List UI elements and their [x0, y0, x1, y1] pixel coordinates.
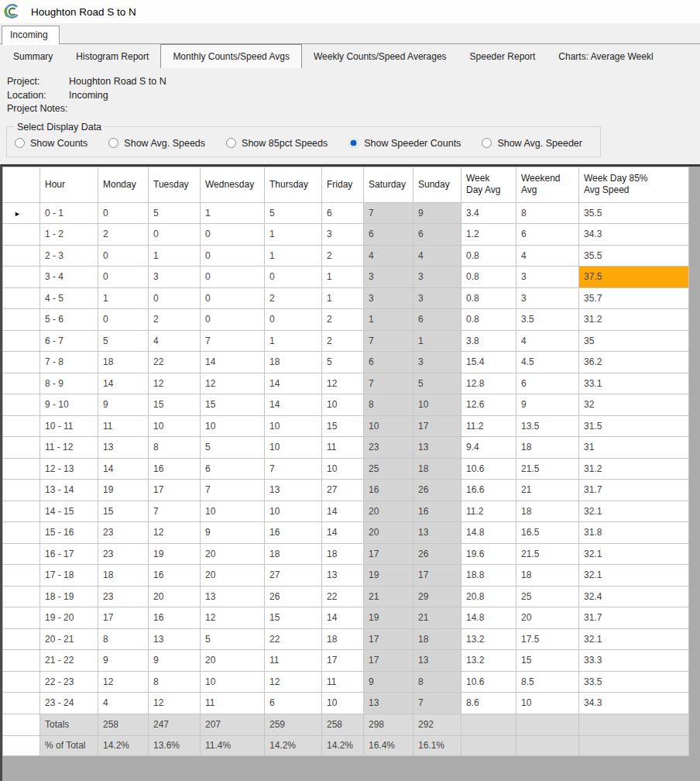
grid-cell[interactable]: 14.2% — [265, 735, 322, 755]
grid-cell[interactable]: 15 — [265, 607, 322, 629]
column-header-weekend-avg[interactable]: WeekendAvg — [516, 167, 579, 202]
grid-cell[interactable]: 14.2% — [322, 735, 364, 755]
grid-cell[interactable]: 14.8 — [462, 522, 516, 544]
grid-cell[interactable]: 10 — [364, 415, 413, 437]
grid-cell[interactable]: 35 — [579, 330, 689, 352]
grid-cell[interactable]: 21 — [364, 586, 413, 607]
grid-cell[interactable]: 0.8 — [462, 309, 516, 331]
radio-unselected-icon[interactable] — [108, 138, 118, 148]
grid-cell[interactable]: 11 — [322, 671, 364, 693]
grid-cell[interactable] — [516, 714, 579, 735]
grid-cell[interactable]: 14.2% — [98, 735, 149, 755]
grid-cell[interactable]: 16.6 — [462, 480, 516, 501]
grid-cell[interactable]: 2 — [322, 330, 364, 352]
hour-cell[interactable]: 0 - 1 — [40, 202, 98, 224]
grid-cell[interactable]: 12.8 — [462, 373, 516, 394]
grid-cell[interactable]: 22 — [322, 586, 364, 607]
grid-cell[interactable]: 12 — [149, 522, 201, 544]
radio-show-counts[interactable]: Show Counts — [15, 138, 88, 149]
grid-cell[interactable]: 9 — [364, 671, 413, 693]
row-selector-cell[interactable] — [3, 224, 40, 246]
grid-cell[interactable]: 10 — [201, 415, 265, 437]
row-selector-cell[interactable] — [3, 735, 40, 755]
radio-show-speeder-counts[interactable]: Show Speeder Counts — [348, 138, 461, 149]
grid-cell[interactable]: 31.2 — [579, 458, 689, 480]
grid-cell[interactable]: 9 — [98, 650, 149, 672]
hour-cell[interactable]: 15 - 16 — [40, 522, 98, 544]
grid-cell[interactable]: 0.8 — [462, 287, 516, 309]
grid-cell[interactable]: 9 — [149, 650, 201, 672]
grid-cell[interactable]: 6 — [516, 373, 579, 394]
grid-cell[interactable]: 20 — [149, 586, 201, 607]
grid-cell[interactable]: 15 — [322, 415, 364, 437]
grid-cell[interactable]: 31 — [579, 437, 689, 459]
grid-cell[interactable]: 10.6 — [462, 671, 516, 693]
grid-cell[interactable]: 5 — [322, 352, 364, 373]
grid-cell[interactable]: 20 — [201, 565, 265, 587]
grid-cell[interactable]: 23 — [364, 437, 413, 459]
tab-incoming[interactable]: Incoming — [2, 26, 60, 45]
grid-cell[interactable]: 32.1 — [579, 501, 689, 522]
row-selector-cell[interactable] — [3, 501, 40, 522]
grid-cell[interactable]: 1 — [413, 330, 462, 352]
row-selector-cell[interactable] — [3, 671, 40, 693]
grid-cell[interactable]: 17 — [413, 565, 462, 587]
grid-cell[interactable]: 14 — [98, 458, 149, 480]
hour-cell[interactable]: 14 - 15 — [40, 501, 98, 522]
column-header-tuesday[interactable]: Tuesday — [149, 167, 201, 202]
grid-cell[interactable]: 32.1 — [579, 543, 689, 565]
grid-cell[interactable]: 0 — [201, 245, 265, 267]
grid-cell[interactable]: 12 — [98, 671, 149, 693]
grid-cell[interactable]: 25 — [364, 458, 413, 480]
row-selector-cell[interactable] — [3, 586, 40, 607]
grid-cell[interactable]: 11 — [265, 650, 322, 672]
grid-cell[interactable]: 15.4 — [462, 352, 516, 373]
grid-cell[interactable]: 3 — [149, 267, 201, 288]
row-selector-cell[interactable] — [3, 330, 40, 352]
grid-cell[interactable]: 258 — [98, 714, 149, 735]
grid-cell[interactable]: 11.4% — [201, 735, 265, 755]
grid-cell[interactable]: 0 — [201, 309, 265, 331]
grid-cell[interactable]: 13 — [149, 628, 201, 650]
grid-cell[interactable]: 37.5 — [579, 267, 689, 288]
grid-cell[interactable]: 14 — [98, 373, 149, 394]
hour-cell[interactable]: 9 - 10 — [40, 394, 98, 416]
grid-cell[interactable]: 20 — [364, 501, 413, 522]
grid-cell[interactable]: 10 — [265, 415, 322, 437]
grid-cell[interactable]: 3 — [364, 287, 413, 309]
grid-cell[interactable]: 27 — [322, 480, 364, 501]
row-selector-cell[interactable] — [3, 480, 40, 501]
hour-cell[interactable]: 22 - 23 — [40, 671, 98, 693]
grid-cell[interactable]: 13 — [201, 586, 265, 607]
grid-cell[interactable]: 16.4% — [364, 735, 413, 755]
grid-cell[interactable]: 1 — [98, 287, 149, 309]
grid-cell[interactable]: 0 — [149, 287, 201, 309]
hour-cell[interactable]: 16 - 17 — [40, 543, 98, 565]
grid-cell[interactable]: 23 — [98, 522, 149, 544]
grid-cell[interactable]: 5 — [98, 330, 149, 352]
grid-cell[interactable]: 14.8 — [462, 607, 516, 629]
grid-cell[interactable]: 0 — [149, 224, 201, 246]
tab-summary[interactable]: Summary — [2, 46, 64, 68]
grid-cell[interactable]: 6 — [364, 224, 413, 246]
grid-cell[interactable]: 6 — [201, 458, 265, 480]
grid-cell[interactable]: 3 — [364, 267, 413, 288]
hour-cell[interactable]: 5 - 6 — [40, 309, 98, 331]
grid-cell[interactable]: 259 — [265, 714, 322, 735]
grid-cell[interactable]: 1 — [265, 330, 322, 352]
row-selector-cell[interactable] — [3, 607, 40, 629]
grid-cell[interactable]: 13 — [98, 437, 149, 459]
hour-cell[interactable]: 8 - 9 — [40, 373, 98, 394]
row-selector-cell[interactable] — [3, 565, 40, 587]
hour-cell[interactable]: 17 - 18 — [40, 565, 98, 587]
grid-cell[interactable]: 1 — [201, 202, 265, 224]
row-selector-cell[interactable]: ► — [3, 202, 40, 224]
grid-cell[interactable] — [579, 735, 689, 755]
grid-cell[interactable]: 7 — [201, 480, 265, 501]
grid-cell[interactable]: 2 — [149, 309, 201, 331]
grid-cell[interactable]: 8 — [516, 202, 579, 224]
grid-cell[interactable]: 16.5 — [516, 522, 579, 544]
grid-cell[interactable]: 9 — [201, 522, 265, 544]
row-selector-cell[interactable] — [3, 309, 40, 331]
grid-cell[interactable]: 34.3 — [579, 224, 689, 246]
